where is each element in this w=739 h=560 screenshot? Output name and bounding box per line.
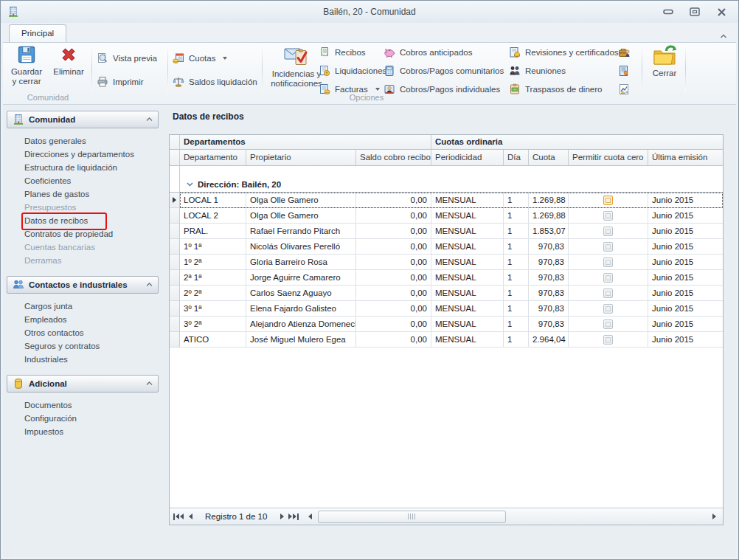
cell-ultima-emision[interactable]: Junio 2015 [648,193,723,208]
cell-departamento[interactable]: 2º 2ª [180,286,246,301]
cell-dia[interactable]: 1 [504,239,529,255]
table-row[interactable]: LOCAL 1 Olga Olle Gamero 0,00 MENSUAL 1 … [170,193,723,208]
table-row[interactable]: 3º 2ª Alejandro Atienza Domenech 0,00 ME… [170,317,723,332]
cell-permitir-cuota-cero[interactable] [569,239,648,255]
chevron-up-icon[interactable] [146,381,153,386]
column-header-dia[interactable]: Día [504,150,529,166]
cell-departamento[interactable]: 2ª 1ª [180,270,246,286]
table-row[interactable]: 1º 2ª Gloria Barreiro Rosa 0,00 MENSUAL … [170,255,723,270]
cobros-pagos-comunitarios-button[interactable]: Cobros/Pagos comunitarios [384,63,510,78]
cell-saldo-cobro-recibos[interactable]: 0,00 [356,286,431,301]
cell-periodicidad[interactable]: MENSUAL [431,193,504,208]
sidebar-item[interactable]: Datos generales [7,134,159,148]
table-row[interactable]: 3º 1ª Elena Fajardo Galisteo 0,00 MENSUA… [170,301,723,317]
cuota-cero-checkbox[interactable] [603,273,613,283]
table-row[interactable]: PRAL. Rafael Ferrando Pitarch 0,00 MENSU… [170,224,723,239]
cell-cuota[interactable]: 1.269,88 [529,193,569,208]
cell-departamento[interactable]: LOCAL 1 [180,193,246,208]
cell-cuota[interactable]: 970,83 [529,301,569,317]
cell-ultima-emision[interactable]: Junio 2015 [648,286,723,301]
cell-saldo-cobro-recibos[interactable]: 0,00 [356,270,431,286]
cell-periodicidad[interactable]: MENSUAL [431,239,504,255]
cell-periodicidad[interactable]: MENSUAL [431,317,504,332]
cell-departamento[interactable]: 1º 1ª [180,239,246,255]
column-header-permitir-cuota-cero[interactable]: Permitir cuota cero [569,150,648,166]
cell-cuota[interactable]: 970,83 [529,286,569,301]
liquidaciones-button[interactable]: Liquidaciones [319,63,386,78]
sidebar-item[interactable]: Cuentas bancarias [7,241,159,254]
cell-cuota[interactable]: 970,83 [529,239,569,255]
cell-permitir-cuota-cero[interactable] [569,270,648,286]
sidebar-section-contactos[interactable]: Contactos e industriales [7,276,159,294]
cuota-cero-checkbox[interactable] [603,211,613,221]
chevron-up-icon[interactable] [146,117,153,122]
herramientas-button[interactable] [618,44,636,60]
cell-saldo-cobro-recibos[interactable]: 0,00 [356,208,431,224]
cell-propietario[interactable]: José Miguel Mulero Egea [246,332,356,348]
scrollbar-thumb[interactable] [318,511,506,523]
horizontal-scrollbar[interactable] [318,510,706,524]
cuota-cero-checkbox[interactable] [603,319,613,329]
sidebar-item annotation-highlight[interactable]: Datos de recibos [7,214,159,227]
group-row-direccion[interactable]: Dirección: Bailén, 20 [170,177,723,193]
cell-periodicidad[interactable]: MENSUAL [431,286,504,301]
sidebar-item[interactable]: Planes de gastos [7,187,159,201]
restore-button restore-icon[interactable] [685,5,704,18]
cell-dia[interactable]: 1 [504,193,529,208]
cell-cuota[interactable]: 970,83 [529,317,569,332]
sidebar-item[interactable]: Configuración [7,412,159,425]
ribbon-collapse-icon chevron-up-icon[interactable] [720,34,727,39]
reuniones-button[interactable]: Reuniones [509,63,618,78]
close-community-button[interactable]: Cerrar [645,44,684,94]
sidebar-section-adicional[interactable]: Adicional [7,375,159,393]
cell-ultima-emision[interactable]: Junio 2015 [648,239,723,255]
cell-permitir-cuota-cero[interactable] [569,224,648,239]
cell-ultima-emision[interactable]: Junio 2015 [648,208,723,224]
cuota-cero-checkbox[interactable] [603,227,613,236]
sidebar-item[interactable]: Documentos [7,398,159,412]
cell-permitir-cuota-cero[interactable] [569,286,648,301]
cell-dia[interactable]: 1 [504,224,529,239]
cell-periodicidad[interactable]: MENSUAL [431,255,504,270]
cuota-cero-checkbox[interactable] [603,196,613,205]
column-header-saldo[interactable]: Saldo cobro recibos [356,150,431,166]
close-button close-icon[interactable] [712,5,731,18]
cell-departamento[interactable]: PRAL. [180,224,246,239]
cell-departamento[interactable]: 3º 2ª [180,317,246,332]
cell-cuota[interactable]: 2.964,04 [529,332,569,348]
delete-button[interactable]: Eliminar [49,44,89,94]
tab-principal[interactable]: Principal [9,24,66,42]
cell-ultima-emision[interactable]: Junio 2015 [648,317,723,332]
first-record-button[interactable] [173,511,184,523]
cell-saldo-cobro-recibos[interactable]: 0,00 [356,317,431,332]
cell-saldo-cobro-recibos[interactable]: 0,00 [356,193,431,208]
sidebar-item[interactable]: Derramas [7,254,159,267]
cell-permitir-cuota-cero[interactable] [569,208,648,224]
cell-permitir-cuota-cero[interactable] [569,301,648,317]
sidebar-item[interactable]: Estructura de liquidación [7,161,159,174]
cell-periodicidad[interactable]: MENSUAL [431,332,504,348]
cell-propietario[interactable]: Carlos Saenz Aguayo [246,286,356,301]
cell-propietario[interactable]: Olga Olle Gamero [246,193,356,208]
column-header-ultima-emision[interactable]: Última emisión [648,150,723,166]
cell-permitir-cuota-cero[interactable] [569,317,648,332]
sidebar-item[interactable]: Industriales [7,353,159,366]
cell-ultima-emision[interactable]: Junio 2015 [648,224,723,239]
column-header-cuota[interactable]: Cuota [529,150,569,166]
table-row[interactable]: 2º 2ª Carlos Saenz Aguayo 0,00 MENSUAL 1… [170,286,723,301]
cell-departamento[interactable]: ATICO [180,332,246,348]
cobros-anticipados-button[interactable]: Cobros anticipados [384,44,510,60]
cell-ultima-emision[interactable]: Junio 2015 [648,255,723,270]
column-header-propietario[interactable]: Propietario [246,150,356,166]
table-row[interactable]: ATICO José Miguel Mulero Egea 0,00 MENSU… [170,332,723,348]
last-record-button[interactable] [288,511,299,523]
scroll-right-button[interactable] [708,511,720,523]
chevron-up-icon[interactable] [146,283,153,287]
previous-record-button[interactable] [184,511,196,523]
cell-propietario[interactable]: Rafael Ferrando Pitarch [246,224,356,239]
cell-cuota[interactable]: 1.853,07 [529,224,569,239]
cell-ultima-emision[interactable]: Junio 2015 [648,332,723,348]
cell-periodicidad[interactable]: MENSUAL [431,270,504,286]
cell-saldo-cobro-recibos[interactable]: 0,00 [356,255,431,270]
cuota-cero-checkbox[interactable] [603,304,613,314]
